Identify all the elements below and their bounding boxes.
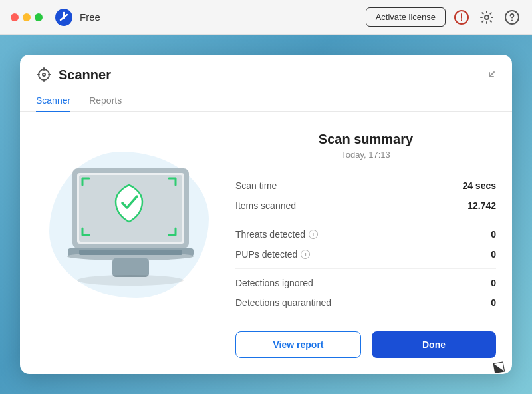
stat-label-scan-time: Scan time: [235, 180, 277, 191]
minimize-icon[interactable]: [483, 67, 496, 83]
stat-value-threats-detected: 0: [491, 229, 496, 240]
tabs: Scanner Reports: [20, 90, 512, 112]
pups-info-icon[interactable]: i: [301, 250, 310, 259]
card-header: Scanner: [20, 55, 512, 83]
help-icon-button[interactable]: [503, 8, 521, 27]
settings-icon-button[interactable]: [477, 8, 496, 27]
tab-reports[interactable]: Reports: [89, 90, 122, 112]
summary-subtitle: Today, 17:13: [235, 150, 496, 160]
traffic-lights: [11, 13, 43, 21]
stat-label-items-scanned: Items scanned: [235, 200, 296, 211]
laptop-illustration: [43, 142, 215, 308]
view-report-button[interactable]: View report: [235, 331, 361, 358]
divider-1: [235, 220, 496, 220]
cursor-indicator: ⬕: [491, 357, 507, 375]
action-buttons: View report Done: [235, 331, 496, 358]
stat-label-threats-detected: Threats detected i: [235, 229, 318, 240]
stat-label-detections-ignored: Detections ignored: [235, 278, 313, 288]
done-button[interactable]: Done: [372, 331, 496, 358]
card-title: Scanner: [59, 67, 111, 83]
traffic-light-minimize[interactable]: [23, 13, 31, 21]
stat-label-detections-quarantined: Detections quarantined: [235, 297, 331, 308]
svg-point-19: [77, 275, 184, 286]
app-title: Free: [80, 11, 100, 23]
svg-point-5: [511, 19, 513, 21]
stat-row-pups-detected: PUPs detected i 0: [235, 244, 496, 264]
card-body: Scan summary Today, 17:13 Scan time 24 s…: [20, 112, 512, 374]
activate-license-button[interactable]: Activate license: [366, 7, 446, 27]
svg-point-6: [39, 69, 49, 80]
card-title-row: Scanner: [36, 67, 111, 83]
illustration-area: [36, 125, 222, 325]
scanner-icon: [36, 67, 52, 83]
main-area: Scanner Scanner Reports: [0, 35, 532, 394]
titlebar-left: Free: [11, 8, 100, 27]
notification-icon-button[interactable]: [452, 8, 471, 27]
scan-summary: Scan summary Today, 17:13 Scan time 24 s…: [235, 125, 496, 358]
stat-label-pups-detected: PUPs detected i: [235, 249, 310, 260]
stat-row-items-scanned: Items scanned 12.742: [235, 196, 496, 216]
stat-value-pups-detected: 0: [491, 249, 496, 260]
tab-scanner[interactable]: Scanner: [36, 90, 70, 112]
summary-title: Scan summary: [235, 132, 496, 147]
svg-point-3: [485, 15, 489, 19]
stat-value-scan-time: 24 secs: [462, 180, 496, 191]
stat-row-scan-time: Scan time 24 secs: [235, 176, 496, 196]
svg-point-7: [43, 73, 45, 76]
traffic-light-close[interactable]: [11, 13, 19, 21]
threats-info-icon[interactable]: i: [309, 230, 318, 239]
stat-row-detections-ignored: Detections ignored 0: [235, 273, 496, 293]
divider-2: [235, 268, 496, 269]
titlebar-right: Activate license: [366, 7, 521, 27]
stat-row-threats-detected: Threats detected i 0: [235, 224, 496, 244]
svg-rect-17: [79, 250, 182, 255]
traffic-light-fullscreen[interactable]: [35, 13, 43, 21]
app-logo: [55, 8, 73, 27]
svg-rect-18: [112, 258, 149, 277]
titlebar: Free Activate license: [0, 0, 532, 35]
svg-point-1: [63, 16, 65, 19]
stat-row-detections-quarantined: Detections quarantined 0: [235, 293, 496, 313]
stat-value-items-scanned: 12.742: [467, 200, 496, 211]
scanner-card: Scanner Scanner Reports: [20, 55, 512, 375]
stat-value-detections-ignored: 0: [491, 278, 496, 288]
stat-value-detections-quarantined: 0: [491, 297, 496, 308]
